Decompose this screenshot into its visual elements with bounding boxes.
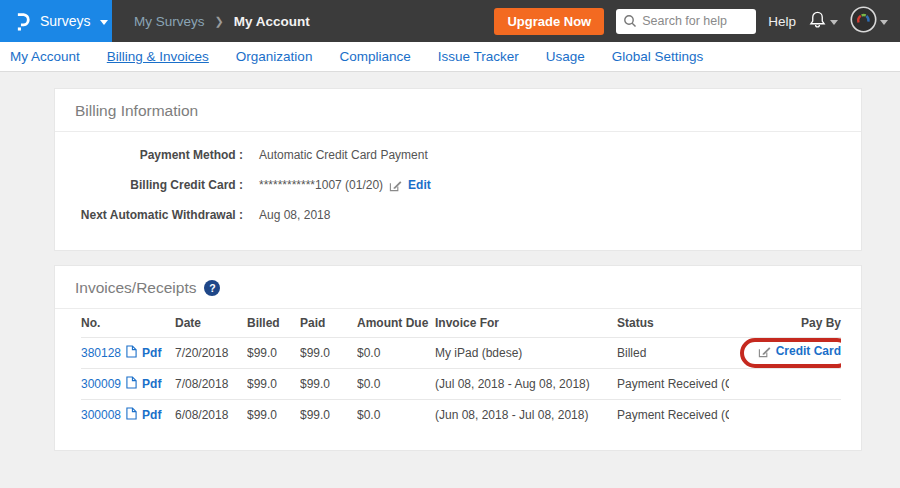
column-no: No. bbox=[81, 309, 175, 337]
pdf-file-icon[interactable] bbox=[126, 345, 137, 361]
tab-issue-tracker[interactable]: Issue Tracker bbox=[438, 49, 519, 64]
next-withdrawal-value: Aug 08, 2018 bbox=[259, 208, 330, 222]
pdf-link[interactable]: Pdf bbox=[142, 408, 161, 422]
invoice-amount-due: $0.0 bbox=[357, 399, 435, 430]
invoice-billed: $99.0 bbox=[247, 399, 300, 430]
account-menu-button[interactable] bbox=[850, 6, 888, 37]
billing-credit-card-row: Billing Credit Card : ************1007 (… bbox=[55, 178, 861, 192]
invoice-amount-due: $0.0 bbox=[357, 337, 435, 368]
billing-credit-card-value: ************1007 (01/20) bbox=[259, 178, 383, 192]
billing-information-card: Billing Information Payment Method : Aut… bbox=[54, 88, 862, 251]
invoice-number-link[interactable]: 300008 bbox=[81, 408, 121, 422]
search-input[interactable] bbox=[616, 9, 756, 34]
invoice-paid: $99.0 bbox=[300, 337, 357, 368]
help-search bbox=[616, 9, 756, 34]
invoice-date: 7/20/2018 bbox=[175, 337, 247, 368]
invoices-header-row: No. Date Billed Paid Amount Due Invoice … bbox=[81, 309, 841, 337]
avatar bbox=[850, 6, 877, 37]
help-question-icon[interactable]: ? bbox=[204, 280, 220, 296]
table-row: 380128 Pdf 7/20/2018 bbox=[81, 337, 841, 368]
invoice-billed: $99.0 bbox=[247, 368, 300, 399]
pay-by-credit-card-link[interactable]: Credit Card bbox=[776, 344, 841, 358]
invoices-receipts-title: Invoices/Receipts bbox=[75, 279, 196, 297]
invoice-paid: $99.0 bbox=[300, 399, 357, 430]
edit-credit-card-link[interactable]: Edit bbox=[408, 178, 431, 192]
invoice-number-link[interactable]: 380128 bbox=[81, 346, 121, 360]
chevron-down-icon bbox=[100, 20, 108, 25]
next-withdrawal-label: Next Automatic Withdrawal : bbox=[55, 208, 243, 222]
tab-usage[interactable]: Usage bbox=[546, 49, 585, 64]
edit-pencil-icon bbox=[758, 345, 771, 358]
breadcrumb-my-account: My Account bbox=[234, 14, 310, 29]
invoice-amount-due: $0.0 bbox=[357, 368, 435, 399]
product-menu-label: Surveys bbox=[40, 13, 91, 29]
pdf-link[interactable]: Pdf bbox=[142, 377, 161, 391]
invoice-status: Payment Received (Credit Card) bbox=[617, 399, 729, 430]
next-withdrawal-row: Next Automatic Withdrawal : Aug 08, 2018 bbox=[55, 208, 861, 222]
pdf-file-icon[interactable] bbox=[126, 376, 137, 392]
breadcrumb: My Surveys ❯ My Account bbox=[134, 14, 310, 29]
column-billed: Billed bbox=[247, 309, 300, 337]
column-paid: Paid bbox=[300, 309, 357, 337]
invoices-receipts-card: Invoices/Receipts ? No. Date Billed Paid bbox=[54, 265, 862, 451]
invoice-status: Billed bbox=[617, 337, 729, 368]
invoice-for: (Jun 08, 2018 - Jul 08, 2018) bbox=[435, 399, 617, 430]
pdf-link[interactable]: Pdf bbox=[142, 346, 161, 360]
tab-my-account[interactable]: My Account bbox=[10, 49, 80, 64]
top-header: Surveys My Surveys ❯ My Account Upgrade … bbox=[0, 0, 900, 42]
billing-credit-card-label: Billing Credit Card : bbox=[55, 178, 243, 192]
invoice-date: 6/08/2018 bbox=[175, 399, 247, 430]
chevron-down-icon bbox=[880, 20, 888, 25]
pdf-file-icon[interactable] bbox=[126, 407, 137, 423]
invoice-for: My iPad (bdese) bbox=[435, 337, 617, 368]
invoice-paid: $99.0 bbox=[300, 368, 357, 399]
column-pay-by: Pay By bbox=[729, 309, 841, 337]
column-date: Date bbox=[175, 309, 247, 337]
column-amount-due: Amount Due bbox=[357, 309, 435, 337]
tab-billing-invoices[interactable]: Billing & Invoices bbox=[107, 49, 209, 64]
tab-global-settings[interactable]: Global Settings bbox=[612, 49, 704, 64]
bell-icon bbox=[808, 10, 827, 33]
billing-information-title: Billing Information bbox=[75, 102, 198, 120]
tab-compliance[interactable]: Compliance bbox=[339, 49, 410, 64]
edit-pencil-icon[interactable] bbox=[389, 179, 402, 192]
invoice-number-link[interactable]: 300009 bbox=[81, 377, 121, 391]
help-link[interactable]: Help bbox=[768, 14, 796, 29]
payment-method-value: Automatic Credit Card Payment bbox=[259, 148, 428, 162]
notifications-button[interactable] bbox=[808, 10, 838, 33]
column-invoice-for: Invoice For bbox=[435, 309, 617, 337]
questionpro-logo-icon bbox=[14, 11, 31, 32]
upgrade-now-button[interactable]: Upgrade Now bbox=[494, 8, 604, 35]
invoice-billed: $99.0 bbox=[247, 337, 300, 368]
breadcrumb-separator-icon: ❯ bbox=[215, 15, 224, 28]
invoices-table: No. Date Billed Paid Amount Due Invoice … bbox=[81, 309, 841, 430]
invoice-for: (Jul 08, 2018 - Aug 08, 2018) bbox=[435, 368, 617, 399]
breadcrumb-my-surveys[interactable]: My Surveys bbox=[134, 14, 205, 29]
account-tabs: My Account Billing & Invoices Organizati… bbox=[0, 42, 900, 72]
tab-organization[interactable]: Organization bbox=[236, 49, 313, 64]
payment-method-label: Payment Method : bbox=[55, 148, 243, 162]
invoice-date: 7/08/2018 bbox=[175, 368, 247, 399]
search-icon bbox=[623, 14, 637, 32]
table-row: 300008 Pdf 6/08/2018 bbox=[81, 399, 841, 430]
invoice-status: Payment Received (Credit Card) bbox=[617, 368, 729, 399]
chevron-down-icon bbox=[830, 20, 838, 25]
product-switcher[interactable]: Surveys bbox=[0, 0, 112, 42]
column-status: Status bbox=[617, 309, 729, 337]
table-row: 300009 Pdf 7/08/2018 bbox=[81, 368, 841, 399]
payment-method-row: Payment Method : Automatic Credit Card P… bbox=[55, 148, 861, 162]
